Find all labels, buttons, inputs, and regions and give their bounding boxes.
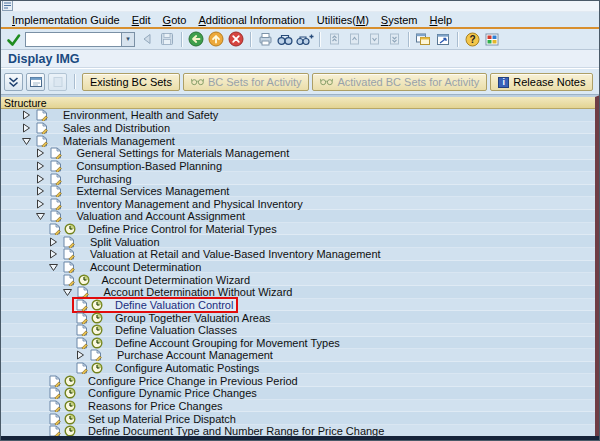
- menu-item-implementation-guide[interactable]: Implementation Guide: [6, 14, 126, 26]
- expand-arrow-icon[interactable]: [35, 186, 46, 196]
- tree-item-label[interactable]: Define Account Grouping for Movement Typ…: [115, 337, 340, 349]
- document-icon[interactable]: [62, 236, 76, 248]
- tree-item-label[interactable]: Define Price Control for Material Types: [88, 223, 277, 235]
- cancel-icon[interactable]: [226, 30, 246, 48]
- menu-item-edit[interactable]: Edit: [126, 14, 157, 26]
- activity-clock-icon[interactable]: [64, 387, 76, 399]
- tree-item-label[interactable]: Valuation at Retail and Value-Based Inve…: [90, 248, 381, 260]
- document-icon[interactable]: [35, 109, 49, 121]
- activity-clock-icon[interactable]: [64, 375, 76, 387]
- enter-icon[interactable]: [3, 30, 23, 48]
- menu-item-additional-information[interactable]: Additional Information: [192, 14, 310, 26]
- collapse-arrow-icon[interactable]: [35, 211, 46, 221]
- tree-item-label[interactable]: Define Valuation Classes: [115, 324, 237, 336]
- tree-item-label[interactable]: Define Valuation Control: [115, 299, 233, 311]
- document-icon[interactable]: [75, 337, 89, 349]
- collapse-arrow-icon[interactable]: [21, 136, 32, 146]
- collapse-arrow-icon[interactable]: [48, 262, 59, 272]
- tree-item-label[interactable]: Consumption-Based Planning: [77, 160, 223, 172]
- document-icon[interactable]: [49, 210, 63, 222]
- expand-arrow-icon[interactable]: [35, 174, 46, 184]
- menu-item-utilities-m[interactable]: Utilities(M): [311, 14, 375, 26]
- expand-arrow-icon[interactable]: [35, 148, 46, 158]
- document-icon[interactable]: [49, 147, 63, 159]
- document-icon[interactable]: [75, 312, 89, 324]
- document-icon[interactable]: [75, 324, 89, 336]
- print-icon[interactable]: [255, 30, 275, 48]
- window-menu-icon[interactable]: [2, 0, 13, 11]
- document-icon[interactable]: [49, 160, 63, 172]
- field-toggle-icon[interactable]: [137, 30, 157, 48]
- tree-item-label[interactable]: Environment, Health and Safety: [63, 109, 218, 121]
- tree-item-label[interactable]: External Services Management: [77, 185, 230, 197]
- activity-clock-icon[interactable]: [91, 324, 103, 336]
- tree-item-label[interactable]: Purchasing: [77, 173, 132, 185]
- expand-arrow-icon[interactable]: [21, 110, 32, 120]
- release-notes-button[interactable]: iRelease Notes: [490, 73, 593, 91]
- menu-item-system[interactable]: System: [375, 14, 424, 26]
- document-icon[interactable]: [62, 261, 76, 273]
- command-history-icon[interactable]: ▾: [121, 32, 135, 47]
- activity-clock-icon[interactable]: [78, 274, 90, 286]
- tree-item-label[interactable]: Configure Automatic Postings: [115, 362, 259, 374]
- tree-item-label[interactable]: Account Determination Wizard: [102, 274, 251, 286]
- back-icon[interactable]: [186, 30, 206, 48]
- collapse-arrow-icon[interactable]: [62, 287, 73, 297]
- tree-item-label[interactable]: Materials Management: [63, 135, 175, 147]
- activity-clock-icon[interactable]: [91, 362, 103, 374]
- activity-clock-icon[interactable]: [91, 312, 103, 324]
- document-icon[interactable]: [89, 349, 103, 361]
- document-icon[interactable]: [49, 173, 63, 185]
- tree-item-label[interactable]: Account Determination Without Wizard: [104, 286, 293, 298]
- find-next-icon[interactable]: [295, 30, 315, 48]
- activity-clock-icon[interactable]: [64, 223, 76, 235]
- tree-item-label[interactable]: Purchase Account Management: [117, 349, 273, 361]
- tree-item-label[interactable]: Configure Dynamic Price Changes: [88, 387, 257, 399]
- tree-item-label[interactable]: Group Together Valuation Areas: [115, 312, 271, 324]
- tree-item-label[interactable]: Define Document Type and Number Range fo…: [88, 425, 384, 436]
- document-icon[interactable]: [48, 223, 62, 235]
- document-icon[interactable]: [48, 375, 62, 387]
- expand-arrow-icon[interactable]: [75, 350, 86, 360]
- tree-item-label[interactable]: General Settings for Materials Managemen…: [77, 147, 290, 159]
- document-icon[interactable]: [62, 248, 76, 260]
- document-icon[interactable]: [48, 387, 62, 399]
- activity-clock-icon[interactable]: [64, 413, 76, 425]
- document-icon[interactable]: [35, 122, 49, 134]
- tree-item-label[interactable]: Valuation and Account Assignment: [77, 210, 246, 222]
- expand-arrow-icon[interactable]: [35, 199, 46, 209]
- existing-bc-sets-button[interactable]: Existing BC Sets: [82, 73, 180, 91]
- document-icon[interactable]: [49, 198, 63, 210]
- tree-item-label[interactable]: Set up Material Price Dispatch: [88, 413, 236, 425]
- document-icon[interactable]: [49, 185, 63, 197]
- document-icon[interactable]: [76, 286, 90, 298]
- expand-arrow-icon[interactable]: [48, 249, 59, 259]
- customize-layout-icon[interactable]: [482, 30, 502, 48]
- position-button[interactable]: [26, 73, 45, 91]
- find-icon[interactable]: [275, 30, 295, 48]
- new-session-icon[interactable]: [413, 30, 433, 48]
- tree-item-label[interactable]: Inventory Management and Physical Invent…: [77, 198, 303, 210]
- help-icon[interactable]: ?: [462, 30, 482, 48]
- create-shortcut-icon[interactable]: [433, 30, 453, 48]
- exit-icon[interactable]: [206, 30, 226, 48]
- document-icon[interactable]: [75, 362, 89, 374]
- tree-item-label[interactable]: Configure Price Change in Previous Perio…: [88, 375, 298, 387]
- tree-item-label[interactable]: Sales and Distribution: [63, 122, 170, 134]
- expand-arrow-icon[interactable]: [21, 123, 32, 133]
- tree-item-label[interactable]: Split Valuation: [90, 236, 160, 248]
- document-icon[interactable]: [75, 299, 89, 311]
- tree-item-label[interactable]: Reasons for Price Changes: [88, 400, 223, 412]
- activity-clock-icon[interactable]: [91, 337, 103, 349]
- expand-arrow-icon[interactable]: [48, 237, 59, 247]
- document-icon[interactable]: [35, 135, 49, 147]
- document-icon[interactable]: [48, 400, 62, 412]
- tree-item-label[interactable]: Account Determination: [90, 261, 201, 273]
- activity-clock-icon[interactable]: [64, 400, 76, 412]
- command-input[interactable]: [25, 32, 121, 47]
- expand-all-button[interactable]: [4, 73, 23, 91]
- expand-arrow-icon[interactable]: [35, 161, 46, 171]
- activity-clock-icon[interactable]: [64, 425, 76, 436]
- document-icon[interactable]: [48, 413, 62, 425]
- menu-item-help[interactable]: Help: [424, 14, 459, 26]
